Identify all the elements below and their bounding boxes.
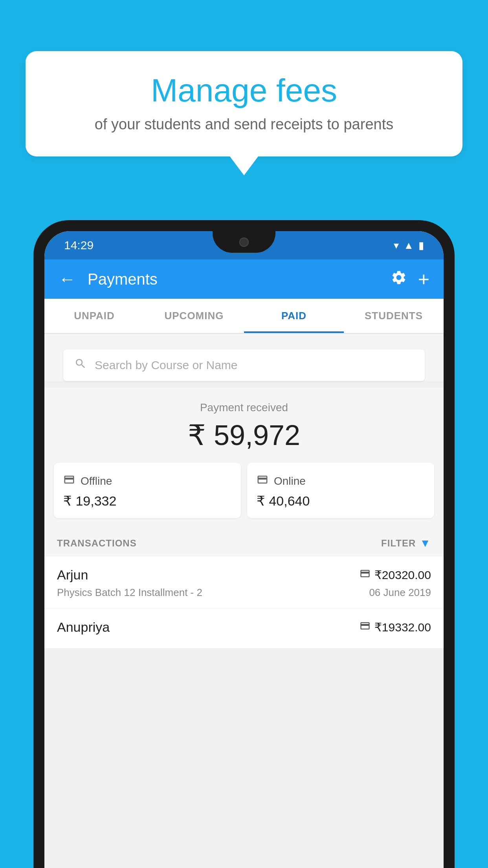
transactions-header: TRANSACTIONS FILTER ▼: [44, 528, 444, 556]
status-icons: ▾ ▲ ▮: [394, 239, 424, 252]
signal-icon: ▲: [404, 239, 414, 252]
offline-icon: [63, 474, 75, 488]
search-bar[interactable]: Search by Course or Name: [63, 349, 425, 381]
transaction-amount-1: ₹20320.00: [360, 568, 431, 582]
offline-card: Offline ₹ 19,332: [54, 463, 241, 518]
speech-bubble-tail: [230, 156, 258, 175]
speech-bubble: Manage fees of your students and send re…: [26, 51, 462, 156]
tabs-bar: UNPAID UPCOMING PAID STUDENTS: [44, 299, 444, 334]
app-bar-actions: +: [391, 268, 429, 291]
payment-total-amount: ₹ 59,972: [54, 419, 434, 452]
online-card: Online ₹ 40,640: [247, 463, 434, 518]
filter-icon: ▼: [420, 537, 431, 550]
payment-received-label: Payment received: [54, 401, 434, 414]
add-button[interactable]: +: [418, 268, 429, 291]
filter-label: FILTER: [381, 538, 416, 549]
transaction-bottom-1: Physics Batch 12 Installment - 2 06 June…: [57, 587, 431, 599]
transaction-row-2[interactable]: Anupriya ₹19332.00: [44, 608, 444, 648]
transaction-top-2: Anupriya ₹19332.00: [57, 620, 431, 635]
offline-label: Offline: [81, 475, 112, 487]
tab-unpaid[interactable]: UNPAID: [44, 299, 144, 333]
wifi-icon: ▾: [394, 239, 399, 252]
online-icon: [257, 474, 268, 488]
phone-frame: 14:29 ▾ ▲ ▮ ← Payments +: [33, 220, 455, 868]
transaction-top-1: Arjun ₹20320.00: [57, 567, 431, 583]
transaction-row[interactable]: Arjun ₹20320.00 Physics Batch 12 Install…: [44, 556, 444, 608]
app-bar: ← Payments +: [44, 259, 444, 299]
search-icon: [74, 357, 87, 373]
status-bar: 14:29 ▾ ▲ ▮: [44, 231, 444, 259]
online-payment-icon-1: [360, 568, 371, 582]
status-time: 14:29: [64, 239, 94, 252]
online-amount: ₹ 40,640: [257, 493, 425, 509]
payment-summary: Payment received ₹ 59,972: [44, 387, 444, 463]
offline-card-header: Offline: [63, 474, 231, 488]
bubble-title: Manage fees: [49, 73, 439, 108]
speech-bubble-container: Manage fees of your students and send re…: [26, 51, 462, 175]
tab-upcoming[interactable]: UPCOMING: [144, 299, 244, 333]
battery-icon: ▮: [418, 239, 424, 252]
transaction-amount-value-1: ₹20320.00: [374, 568, 431, 582]
transaction-amount-2: ₹19332.00: [360, 620, 431, 634]
transaction-amount-value-2: ₹19332.00: [374, 620, 431, 634]
search-placeholder-text: Search by Course or Name: [95, 359, 238, 372]
app-bar-title: Payments: [88, 270, 379, 288]
tab-paid[interactable]: PAID: [244, 299, 344, 333]
notch: [213, 231, 275, 253]
transaction-name-2: Anupriya: [57, 620, 110, 635]
bubble-subtitle: of your students and send receipts to pa…: [49, 116, 439, 133]
transaction-course-1: Physics Batch 12 Installment - 2: [57, 587, 202, 599]
notch-camera: [239, 237, 249, 247]
filter-button[interactable]: FILTER ▼: [381, 537, 431, 550]
transactions-label: TRANSACTIONS: [57, 538, 137, 549]
offline-amount: ₹ 19,332: [63, 493, 231, 509]
settings-button[interactable]: [391, 269, 407, 289]
payment-cards: Offline ₹ 19,332 Online ₹ 40,640: [44, 463, 444, 528]
tab-students[interactable]: STUDENTS: [344, 299, 444, 333]
phone-screen: 14:29 ▾ ▲ ▮ ← Payments +: [44, 231, 444, 868]
back-button[interactable]: ←: [59, 270, 76, 288]
transaction-name-1: Arjun: [57, 567, 88, 583]
online-label: Online: [274, 475, 306, 487]
transaction-date-1: 06 June 2019: [369, 587, 431, 599]
offline-payment-icon-2: [360, 620, 371, 634]
online-card-header: Online: [257, 474, 425, 488]
